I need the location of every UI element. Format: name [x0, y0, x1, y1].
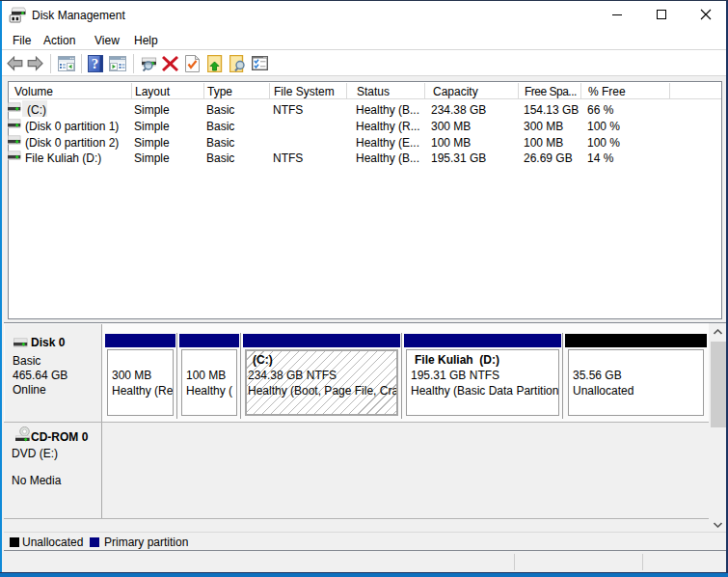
svg-text:?: ? [92, 56, 99, 71]
